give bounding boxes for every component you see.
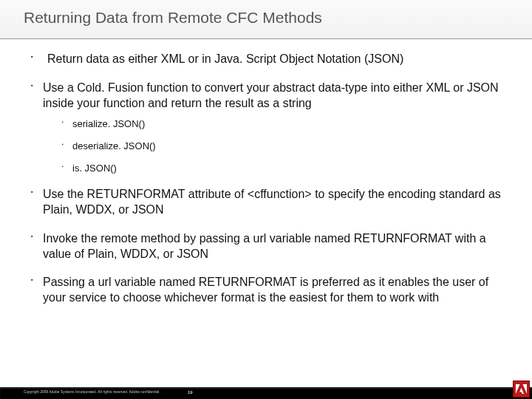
sub-bullet-text: serialize. JSON() bbox=[72, 118, 145, 129]
bullet-item: Use the RETURNFORMAT attribute of <cffun… bbox=[31, 187, 510, 218]
bullet-text: Return data as either XML or in Java. Sc… bbox=[47, 52, 403, 65]
bullet-item: Return data as either XML or in Java. Sc… bbox=[31, 52, 510, 67]
adobe-logo-icon bbox=[513, 381, 530, 398]
bullet-text: Passing a url variable named RETURNFORMA… bbox=[43, 276, 488, 304]
page-number: 19 bbox=[188, 390, 193, 395]
bullet-text: Invoke the remote method by passing a ur… bbox=[43, 232, 486, 260]
slide-title: Returning Data from Remote CFC Methods bbox=[24, 9, 532, 27]
slide-header: Returning Data from Remote CFC Methods bbox=[0, 0, 532, 39]
sub-bullet-item: deserialize. JSON() bbox=[62, 140, 510, 152]
slide: Returning Data from Remote CFC Methods R… bbox=[0, 0, 532, 399]
bullet-item: Use a Cold. Fusion function to convert y… bbox=[31, 81, 510, 174]
bullet-text: Use a Cold. Fusion function to convert y… bbox=[43, 81, 499, 109]
bullet-item: Invoke the remote method by passing a ur… bbox=[31, 231, 510, 262]
slide-footer: Copyright 2009 Adobe Systems Incorporate… bbox=[0, 387, 532, 399]
sub-bullet-item: serialize. JSON() bbox=[62, 118, 510, 130]
bullet-item: Passing a url variable named RETURNFORMA… bbox=[31, 275, 510, 306]
sub-bullet-item: is. JSON() bbox=[62, 163, 510, 174]
sub-bullet-text: deserialize. JSON() bbox=[72, 140, 156, 151]
sub-bullet-text: is. JSON() bbox=[72, 163, 117, 174]
copyright-text: Copyright 2009 Adobe Systems Incorporate… bbox=[24, 390, 160, 394]
bullet-text: Use the RETURNFORMAT attribute of <cffun… bbox=[43, 188, 501, 216]
slide-body: Return data as either XML or in Java. Sc… bbox=[31, 52, 510, 369]
